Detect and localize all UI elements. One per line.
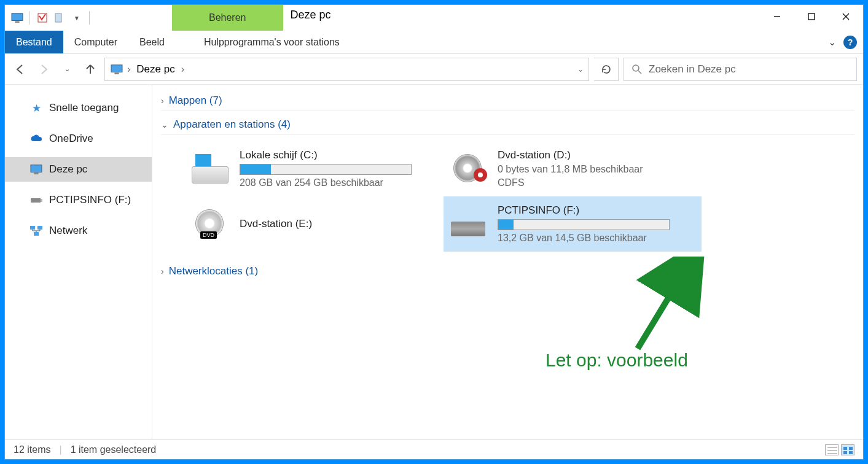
minimize-button[interactable]: [760, 5, 794, 28]
sidebar-item-onedrive[interactable]: OneDrive: [5, 126, 152, 151]
dvd-gear-icon: [450, 154, 489, 184]
content-area: ★ Snelle toegang OneDrive Deze pc: [5, 85, 863, 439]
navigation-sidebar: ★ Snelle toegang OneDrive Deze pc: [5, 85, 152, 439]
pc-icon: [110, 64, 123, 75]
svg-point-20: [478, 172, 483, 177]
tab-computer[interactable]: Computer: [63, 31, 128, 53]
drive-subtext: 208 GB van 254 GB beschikbaar: [240, 177, 437, 188]
chevron-right-icon: ›: [161, 266, 164, 276]
svg-line-21: [638, 268, 687, 349]
group-label: Apparaten en stations (4): [173, 118, 291, 131]
group-label: Mappen (7): [169, 95, 222, 107]
separator: |: [59, 444, 61, 455]
sidebar-item-this-pc[interactable]: Deze pc: [5, 157, 152, 182]
usb-icon: [29, 193, 43, 207]
group-header-network-locations[interactable]: › Netwerklocaties (1): [161, 260, 854, 281]
svg-rect-27: [843, 451, 847, 454]
group-header-folders[interactable]: › Mappen (7): [161, 90, 854, 111]
search-icon: [631, 64, 643, 75]
app-icon[interactable]: [10, 10, 25, 25]
chevron-right-icon[interactable]: ›: [127, 64, 130, 75]
chevron-right-icon[interactable]: ›: [181, 64, 184, 75]
drive-item-f[interactable]: PCTIPSINFO (F:) 13,2 GB van 14,5 GB besc…: [444, 196, 702, 252]
annotation-arrow-icon: [619, 257, 705, 355]
hdd-windows-icon: [192, 154, 231, 184]
group-header-devices[interactable]: ⌄ Apparaten en stations (4): [161, 114, 854, 135]
drive-item-e[interactable]: DVD Dvd-station (E:): [186, 196, 444, 252]
search-placeholder: Zoeken in Deze pc: [649, 63, 736, 75]
svg-rect-26: [849, 447, 853, 450]
tab-view[interactable]: Beeld: [128, 31, 176, 53]
address-dropdown-icon[interactable]: ⌄: [577, 65, 584, 74]
svg-rect-18: [34, 232, 39, 236]
drive-subtext: 0 bytes van 11,8 MB beschikbaar: [498, 164, 695, 175]
drive-item-c[interactable]: Lokale schijf (C:) 208 GB van 254 GB bes…: [186, 141, 444, 196]
drive-name: Dvd-station (E:): [240, 218, 437, 230]
view-details-button[interactable]: [825, 444, 839, 455]
properties-icon[interactable]: [35, 10, 50, 25]
drives-grid: Lokale schijf (C:) 208 GB van 254 GB bes…: [161, 137, 854, 260]
back-button[interactable]: [11, 60, 29, 79]
dvd-icon: DVD: [192, 209, 231, 239]
drive-item-d[interactable]: Dvd-station (D:) 0 bytes van 11,8 MB bes…: [444, 141, 702, 196]
help-icon[interactable]: ?: [843, 36, 857, 49]
annotation-text: Let op: voorbeeld: [545, 350, 688, 371]
usb-drive-icon: [450, 209, 489, 239]
svg-rect-13: [34, 172, 38, 174]
network-icon: [29, 224, 43, 238]
view-icons-button[interactable]: [841, 444, 854, 455]
svg-rect-9: [114, 72, 119, 74]
contextual-tab-label: Beheren: [209, 12, 246, 23]
contextual-tab-header: Beheren: [172, 5, 283, 31]
status-selection: 1 item geselecteerd: [71, 444, 157, 455]
address-bar[interactable]: › Deze pc › ⌄: [104, 58, 589, 81]
tab-drive-tools[interactable]: Hulpprogramma's voor stations: [193, 31, 351, 53]
svg-rect-14: [31, 198, 41, 203]
svg-rect-3: [55, 14, 61, 22]
status-item-count: 12 items: [14, 444, 50, 455]
drive-name: Dvd-station (D:): [498, 149, 695, 161]
svg-rect-25: [843, 447, 847, 450]
svg-rect-16: [30, 226, 35, 230]
svg-rect-15: [41, 199, 42, 202]
capacity-bar: [498, 219, 670, 230]
separator: [89, 11, 90, 25]
sidebar-item-usb-drive[interactable]: PCTIPSINFO (F:): [5, 188, 152, 212]
svg-rect-28: [849, 451, 853, 454]
sidebar-item-quick-access[interactable]: ★ Snelle toegang: [5, 96, 152, 120]
svg-rect-1: [15, 21, 19, 23]
quick-access-toolbar: ▼: [5, 5, 92, 31]
drive-name: PCTIPSINFO (F:): [498, 204, 695, 217]
ribbon-expand-icon[interactable]: ⌄: [828, 36, 836, 48]
breadcrumb-item[interactable]: Deze pc: [134, 62, 177, 77]
forward-button[interactable]: [34, 60, 53, 79]
svg-rect-0: [12, 14, 23, 21]
search-input[interactable]: Zoeken in Deze pc: [624, 58, 857, 81]
new-folder-icon[interactable]: [52, 10, 67, 25]
up-button[interactable]: [81, 60, 100, 79]
navigation-bar: ⌄ › Deze pc › ⌄ Zoeken in Deze pc: [5, 54, 863, 85]
qat-dropdown-icon[interactable]: ▼: [69, 10, 84, 25]
chevron-right-icon: ›: [161, 96, 164, 106]
group-label: Netwerklocaties (1): [169, 265, 259, 277]
sidebar-item-network[interactable]: Netwerk: [5, 218, 152, 243]
svg-rect-8: [111, 64, 122, 72]
view-toggles: [825, 444, 854, 455]
drive-subtext: 13,2 GB van 14,5 GB beschikbaar: [498, 233, 695, 244]
recent-dropdown[interactable]: ⌄: [58, 60, 76, 79]
refresh-button[interactable]: [594, 58, 619, 81]
chevron-down-icon: ⌄: [161, 120, 168, 130]
svg-rect-5: [808, 14, 815, 20]
cloud-icon: [29, 132, 43, 145]
ribbon-tabs: Bestand Computer Beeld Hulpprogramma's v…: [5, 31, 863, 54]
main-pane[interactable]: › Mappen (7) ⌄ Apparaten en stations (4)…: [152, 85, 863, 439]
window-title: Deze pc: [283, 5, 760, 31]
pc-icon: [29, 163, 43, 176]
drive-name: Lokale schijf (C:): [240, 149, 437, 161]
maximize-button[interactable]: [794, 5, 829, 28]
svg-point-10: [633, 65, 639, 71]
status-bar: 12 items | 1 item geselecteerd: [5, 439, 863, 459]
star-icon: ★: [29, 101, 43, 115]
tab-file[interactable]: Bestand: [5, 31, 63, 53]
close-button[interactable]: [829, 5, 863, 28]
